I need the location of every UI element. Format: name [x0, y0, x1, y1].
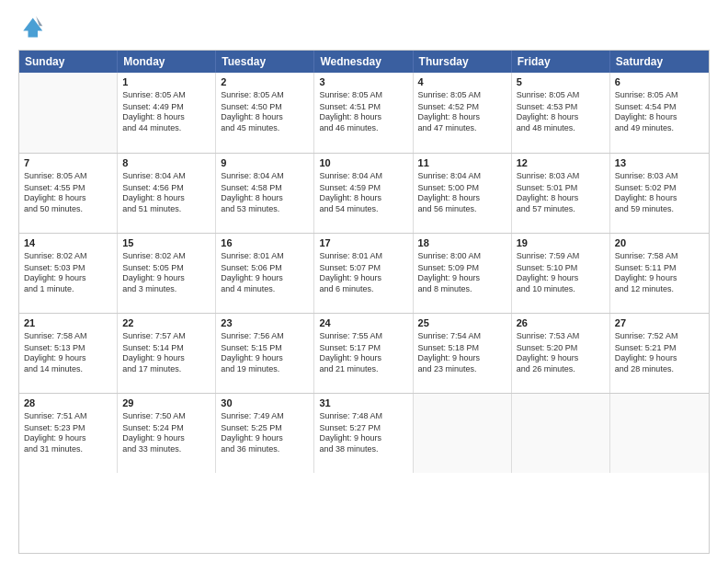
daylight-text-1: Daylight: 9 hours: [221, 433, 309, 444]
header-day-monday: Monday: [118, 51, 216, 73]
sunrise-text: Sunrise: 8:01 AM: [319, 250, 407, 262]
header-day-friday: Friday: [512, 51, 610, 73]
day-number: 14: [24, 237, 112, 248]
sunset-text: Sunset: 4:56 PM: [122, 182, 210, 194]
sunset-text: Sunset: 5:01 PM: [517, 182, 605, 194]
daylight-text-1: Daylight: 9 hours: [319, 273, 407, 284]
sunset-text: Sunset: 4:50 PM: [221, 101, 309, 113]
calendar-cell: [414, 394, 512, 473]
calendar-cell: 14Sunrise: 8:02 AMSunset: 5:03 PMDayligh…: [19, 234, 118, 313]
day-number: 15: [122, 237, 210, 248]
sunset-text: Sunset: 5:17 PM: [319, 342, 407, 354]
sunrise-text: Sunrise: 8:05 AM: [221, 89, 309, 101]
sunrise-text: Sunrise: 7:53 AM: [517, 330, 605, 342]
calendar-cell: 13Sunrise: 8:03 AMSunset: 5:02 PMDayligh…: [610, 154, 709, 233]
day-number: 29: [122, 397, 210, 408]
sunset-text: Sunset: 5:05 PM: [122, 262, 210, 274]
daylight-text-1: Daylight: 9 hours: [24, 353, 112, 364]
sunrise-text: Sunrise: 8:04 AM: [221, 170, 309, 182]
daylight-text-1: Daylight: 9 hours: [122, 433, 210, 444]
sunset-text: Sunset: 5:13 PM: [24, 342, 112, 354]
daylight-text-1: Daylight: 8 hours: [221, 193, 309, 204]
daylight-text-1: Daylight: 9 hours: [615, 353, 704, 364]
daylight-text-2: and 12 minutes.: [615, 284, 704, 295]
calendar-row-5: 28Sunrise: 7:51 AMSunset: 5:23 PMDayligh…: [19, 393, 709, 473]
daylight-text-2: and 38 minutes.: [319, 444, 407, 455]
daylight-text-2: and 3 minutes.: [122, 284, 210, 295]
day-number: 16: [221, 237, 309, 248]
daylight-text-1: Daylight: 8 hours: [418, 112, 506, 123]
sunset-text: Sunset: 4:54 PM: [615, 101, 704, 113]
sunrise-text: Sunrise: 8:00 AM: [418, 250, 506, 262]
daylight-text-2: and 54 minutes.: [319, 204, 407, 215]
sunrise-text: Sunrise: 8:02 AM: [122, 250, 210, 262]
daylight-text-2: and 45 minutes.: [221, 123, 309, 134]
daylight-text-2: and 33 minutes.: [122, 444, 210, 455]
sunrise-text: Sunrise: 7:49 AM: [221, 410, 309, 422]
sunrise-text: Sunrise: 8:05 AM: [24, 170, 112, 182]
daylight-text-2: and 4 minutes.: [221, 284, 309, 295]
calendar-row-3: 14Sunrise: 8:02 AMSunset: 5:03 PMDayligh…: [19, 233, 709, 313]
sunset-text: Sunset: 4:55 PM: [24, 182, 112, 194]
daylight-text-1: Daylight: 9 hours: [615, 273, 704, 284]
daylight-text-1: Daylight: 8 hours: [122, 112, 210, 123]
calendar-cell: 23Sunrise: 7:56 AMSunset: 5:15 PMDayligh…: [216, 314, 314, 393]
daylight-text-2: and 31 minutes.: [24, 444, 112, 455]
calendar-cell: 22Sunrise: 7:57 AMSunset: 5:14 PMDayligh…: [118, 314, 216, 393]
calendar-cell: 2Sunrise: 8:05 AMSunset: 4:50 PMDaylight…: [216, 73, 314, 153]
daylight-text-2: and 51 minutes.: [122, 204, 210, 215]
daylight-text-2: and 59 minutes.: [615, 204, 704, 215]
logo: [18, 15, 48, 40]
page: SundayMondayTuesdayWednesdayThursdayFrid…: [0, 0, 728, 563]
calendar-cell: 4Sunrise: 8:05 AMSunset: 4:52 PMDaylight…: [414, 73, 512, 153]
day-number: 12: [517, 157, 605, 168]
sunset-text: Sunset: 4:58 PM: [221, 182, 309, 194]
daylight-text-1: Daylight: 9 hours: [319, 353, 407, 364]
sunrise-text: Sunrise: 8:03 AM: [517, 170, 605, 182]
daylight-text-1: Daylight: 9 hours: [418, 273, 506, 284]
day-number: 24: [319, 317, 407, 328]
day-number: 20: [615, 237, 704, 248]
day-number: 2: [221, 76, 309, 87]
daylight-text-1: Daylight: 9 hours: [24, 273, 112, 284]
daylight-text-2: and 44 minutes.: [122, 123, 210, 134]
day-number: 9: [221, 157, 309, 168]
calendar-row-2: 7Sunrise: 8:05 AMSunset: 4:55 PMDaylight…: [19, 153, 709, 233]
header-day-sunday: Sunday: [19, 51, 118, 73]
sunset-text: Sunset: 5:18 PM: [418, 342, 506, 354]
daylight-text-2: and 49 minutes.: [615, 123, 704, 134]
calendar-cell: 29Sunrise: 7:50 AMSunset: 5:24 PMDayligh…: [118, 394, 216, 473]
calendar-cell: 17Sunrise: 8:01 AMSunset: 5:07 PMDayligh…: [314, 234, 413, 313]
daylight-text-1: Daylight: 8 hours: [122, 193, 210, 204]
daylight-text-2: and 28 minutes.: [615, 364, 704, 375]
daylight-text-1: Daylight: 8 hours: [418, 193, 506, 204]
daylight-text-1: Daylight: 9 hours: [122, 273, 210, 284]
daylight-text-1: Daylight: 8 hours: [319, 193, 407, 204]
daylight-text-2: and 10 minutes.: [517, 284, 605, 295]
daylight-text-2: and 1 minute.: [24, 284, 112, 295]
sunrise-text: Sunrise: 7:52 AM: [615, 330, 704, 342]
calendar-cell: 5Sunrise: 8:05 AMSunset: 4:53 PMDaylight…: [512, 73, 610, 153]
daylight-text-1: Daylight: 9 hours: [24, 433, 112, 444]
sunrise-text: Sunrise: 7:48 AM: [319, 410, 407, 422]
sunset-text: Sunset: 5:07 PM: [319, 262, 407, 274]
sunrise-text: Sunrise: 8:05 AM: [319, 89, 407, 101]
calendar-cell: 1Sunrise: 8:05 AMSunset: 4:49 PMDaylight…: [118, 73, 216, 153]
daylight-text-2: and 26 minutes.: [517, 364, 605, 375]
day-number: 11: [418, 157, 506, 168]
sunrise-text: Sunrise: 8:04 AM: [418, 170, 506, 182]
calendar-cell: 24Sunrise: 7:55 AMSunset: 5:17 PMDayligh…: [314, 314, 413, 393]
day-number: 5: [517, 76, 605, 87]
calendar-cell: 31Sunrise: 7:48 AMSunset: 5:27 PMDayligh…: [314, 394, 413, 473]
sunset-text: Sunset: 4:52 PM: [418, 101, 506, 113]
sunset-text: Sunset: 5:02 PM: [615, 182, 704, 194]
sunset-text: Sunset: 5:09 PM: [418, 262, 506, 274]
sunrise-text: Sunrise: 8:05 AM: [122, 89, 210, 101]
sunset-text: Sunset: 5:11 PM: [615, 262, 704, 274]
sunrise-text: Sunrise: 7:55 AM: [319, 330, 407, 342]
sunrise-text: Sunrise: 7:56 AM: [221, 330, 309, 342]
header-day-thursday: Thursday: [414, 51, 512, 73]
sunrise-text: Sunrise: 7:59 AM: [517, 250, 605, 262]
header-day-wednesday: Wednesday: [314, 51, 413, 73]
daylight-text-2: and 8 minutes.: [418, 284, 506, 295]
